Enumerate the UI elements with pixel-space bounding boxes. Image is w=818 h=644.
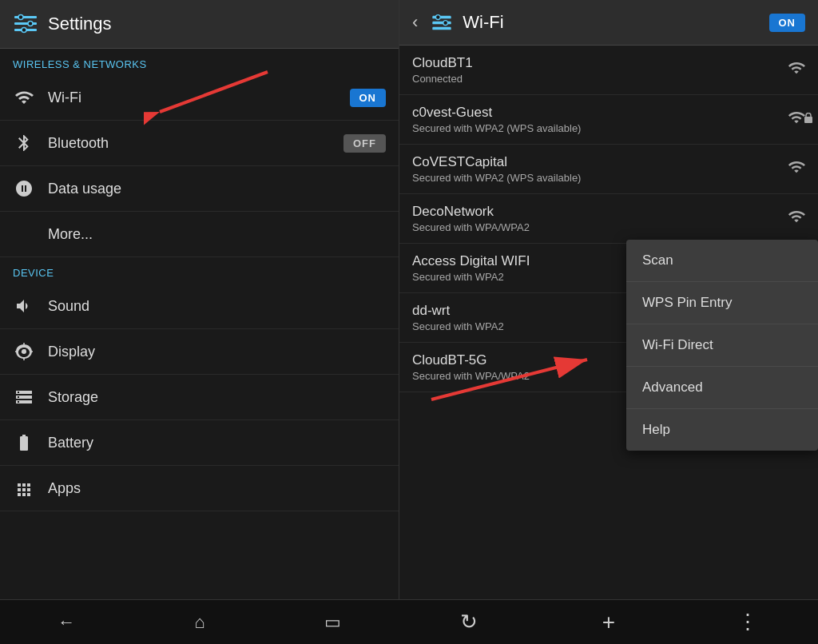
data-usage-label: Data usage	[48, 181, 386, 197]
svg-point-3	[18, 15, 23, 20]
apps-item[interactable]: Apps	[0, 466, 399, 511]
wifi-label: Wi-Fi	[48, 89, 337, 106]
left-panel: Settings WIRELESS & NETWORKS Wi-Fi ON Bl…	[0, 0, 399, 644]
left-recent-btn[interactable]: ▭	[309, 606, 357, 638]
svg-rect-0	[14, 16, 37, 18]
svg-point-12	[436, 15, 441, 20]
svg-point-6	[22, 349, 26, 354]
wifi-icon	[13, 86, 35, 109]
display-item[interactable]: Display	[0, 329, 399, 375]
storage-icon	[13, 386, 35, 408]
wifi-network-c0vest[interactable]: c0vest-Guest Secured with WPA2 (WPS avai…	[399, 95, 818, 145]
right-add-btn[interactable]: +	[585, 606, 633, 638]
wireless-section-label: WIRELESS & NETWORKS	[0, 49, 399, 75]
storage-label: Storage	[48, 389, 386, 406]
display-icon	[13, 340, 35, 363]
right-refresh-btn[interactable]: ↻	[445, 606, 493, 638]
deco-status: Secured with WPA/WPA2	[412, 221, 788, 233]
apps-label: Apps	[48, 480, 386, 497]
c0vest-status: Secured with WPA2 (WPS available)	[412, 122, 788, 134]
wifi-header: ‹ Wi-Fi ON	[399, 0, 818, 46]
right-panel: ‹ Wi-Fi ON CloudBT1 Connected	[399, 0, 818, 644]
covest-status: Secured with WPA2 (WPS available)	[412, 172, 788, 184]
wifi-panel-toggle[interactable]: ON	[769, 14, 806, 32]
right-bottom-nav: ↻ + ⋮	[399, 599, 818, 644]
cloudb1-status: Connected	[412, 73, 788, 85]
device-section-label: DEVICE	[0, 257, 399, 284]
bluetooth-icon	[13, 132, 35, 154]
context-wps-pin[interactable]: WPS Pin Entry	[626, 282, 818, 324]
left-home-btn[interactable]: ⌂	[176, 606, 224, 638]
wifi-toggle[interactable]: ON	[350, 89, 387, 107]
svg-rect-14	[804, 117, 812, 123]
deco-info: DecoNetwork Secured with WPA/WPA2	[412, 204, 788, 233]
settings-header-icon	[13, 11, 38, 37]
sound-label: Sound	[48, 298, 386, 315]
battery-item[interactable]: Battery	[0, 420, 399, 466]
context-scan[interactable]: Scan	[626, 240, 818, 282]
context-wifi-direct[interactable]: Wi-Fi Direct	[626, 324, 818, 367]
apps-icon	[13, 477, 35, 499]
sound-item[interactable]: Sound	[0, 284, 399, 329]
data-usage-item[interactable]: Data usage	[0, 166, 399, 212]
display-label: Display	[48, 344, 386, 360]
deco-signal	[788, 208, 805, 229]
context-help[interactable]: Help	[626, 409, 818, 451]
bluetooth-item[interactable]: Bluetooth OFF	[0, 121, 399, 166]
cloudb1-name: CloudBT1	[412, 55, 788, 71]
more-item[interactable]: More...	[0, 212, 399, 257]
wifi-network-deco[interactable]: DecoNetwork Secured with WPA/WPA2	[399, 194, 818, 244]
storage-item[interactable]: Storage	[0, 375, 399, 420]
covest-signal	[788, 158, 805, 180]
svg-rect-1	[14, 22, 37, 25]
deco-name: DecoNetwork	[412, 204, 788, 220]
more-label: More...	[48, 226, 386, 243]
svg-point-5	[22, 28, 26, 33]
cloudb1-signal	[788, 59, 805, 81]
wifi-network-cloudb1[interactable]: CloudBT1 Connected	[399, 46, 818, 95]
cloudb1-info: CloudBT1 Connected	[412, 55, 788, 85]
data-usage-icon	[13, 177, 35, 200]
right-back-btn[interactable]: ‹	[412, 12, 418, 33]
battery-icon	[13, 431, 35, 454]
wifi-panel-title: Wi-Fi	[463, 12, 759, 33]
settings-header: Settings	[0, 0, 399, 49]
svg-point-13	[443, 21, 448, 26]
wifi-header-icon	[431, 11, 453, 34]
more-icon	[13, 223, 35, 245]
wifi-item[interactable]: Wi-Fi ON	[0, 75, 399, 121]
battery-label: Battery	[48, 435, 386, 451]
c0vest-signal	[788, 109, 805, 130]
bluetooth-toggle[interactable]: OFF	[343, 134, 386, 153]
left-bottom-nav: ← ⌂ ▭	[0, 599, 399, 644]
svg-rect-11	[433, 27, 451, 30]
bluetooth-label: Bluetooth	[48, 135, 331, 152]
wifi-network-covest[interactable]: CoVESTCapital Secured with WPA2 (WPS ava…	[399, 145, 818, 194]
wifi-context-menu: Scan WPS Pin Entry Wi-Fi Direct Advanced…	[626, 240, 818, 451]
sound-icon	[13, 295, 35, 317]
settings-title: Settings	[48, 14, 112, 34]
c0vest-info: c0vest-Guest Secured with WPA2 (WPS avai…	[412, 105, 788, 134]
context-advanced[interactable]: Advanced	[626, 367, 818, 409]
c0vest-name: c0vest-Guest	[412, 105, 788, 121]
left-back-btn[interactable]: ←	[42, 606, 90, 638]
right-more-btn[interactable]: ⋮	[725, 606, 772, 638]
covest-name: CoVESTCapital	[412, 154, 788, 170]
covest-info: CoVESTCapital Secured with WPA2 (WPS ava…	[412, 154, 788, 184]
svg-point-4	[28, 22, 33, 26]
